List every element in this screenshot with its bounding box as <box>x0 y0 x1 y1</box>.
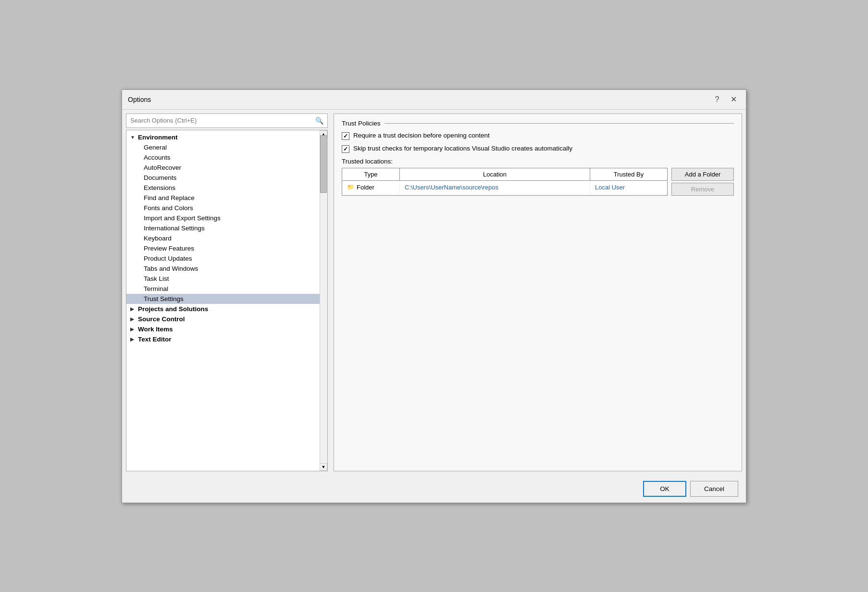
search-bar: 🔍 <box>126 113 328 128</box>
trusted-locations-label: Trusted locations: <box>342 158 734 165</box>
tree-item-label: Accounts <box>144 154 171 161</box>
tree-item[interactable]: ▶Projects and Solutions <box>126 304 320 314</box>
tree-item-label: Environment <box>138 134 178 141</box>
table-row[interactable]: 📁 Folder C:\Users\UserName\source\repos … <box>342 181 667 194</box>
options-dialog: Options ? ✕ 🔍 ▼EnvironmentGeneralAccount… <box>122 89 746 503</box>
tree-item[interactable]: Import and Export Settings <box>126 213 320 223</box>
content-area: Trust Policies Require a trust decision … <box>334 113 742 471</box>
left-panel: 🔍 ▼EnvironmentGeneralAccountsAutoRecover… <box>126 113 328 471</box>
table-buttons: Add a Folder Remove <box>671 168 734 196</box>
cell-location: C:\Users\UserName\source\repos <box>400 181 590 194</box>
dialog-body: 🔍 ▼EnvironmentGeneralAccountsAutoRecover… <box>122 110 746 475</box>
right-panel: Trust Policies Require a trust decision … <box>328 113 742 471</box>
tree-item[interactable]: AutoRecover <box>126 163 320 173</box>
ok-button[interactable]: OK <box>643 481 686 497</box>
expand-icon: ▶ <box>130 337 136 342</box>
tree-item-label: Import and Export Settings <box>144 214 221 222</box>
col-header-type: Type <box>342 168 400 180</box>
tree-item[interactable]: Product Updates <box>126 253 320 264</box>
scroll-down-button[interactable]: ▼ <box>320 463 327 471</box>
expand-icon: ▶ <box>130 327 136 332</box>
locations-table: Type Location Trusted By 📁 Folder C:\Use… <box>342 168 668 196</box>
tree-item-label: International Settings <box>144 225 205 232</box>
tree-item-label: Task List <box>144 275 169 282</box>
tree-item[interactable]: ▶Work Items <box>126 324 320 334</box>
cell-type: 📁 Folder <box>342 181 400 194</box>
tree-item-label: Keyboard <box>144 235 172 242</box>
tree-item[interactable]: Task List <box>126 274 320 284</box>
scrollbar-track: ▲ ▼ <box>320 130 327 471</box>
checkbox-1[interactable] <box>342 132 349 140</box>
tree-item[interactable]: General <box>126 142 320 152</box>
checkbox-row-2: Skip trust checks for temporary location… <box>342 145 734 153</box>
col-header-location: Location <box>400 168 590 180</box>
cell-type-label: Folder <box>357 184 374 191</box>
tree-item-label: Projects and Solutions <box>138 305 208 313</box>
expand-icon: ▶ <box>130 306 136 312</box>
tree-item[interactable]: Terminal <box>126 284 320 294</box>
col-header-trusted-by: Trusted By <box>590 168 667 180</box>
locations-table-wrapper: Type Location Trusted By 📁 Folder C:\Use… <box>342 168 734 196</box>
tree-item-label: General <box>144 144 167 151</box>
title-bar: Options ? ✕ <box>122 90 746 110</box>
tree-item-label: Fonts and Colors <box>144 204 193 212</box>
tree-item[interactable]: International Settings <box>126 223 320 233</box>
tree-item-label: Documents <box>144 174 176 181</box>
tree-container: ▼EnvironmentGeneralAccountsAutoRecoverDo… <box>126 130 328 471</box>
search-icon: 🔍 <box>311 114 327 127</box>
tree-item-label: Work Items <box>138 326 173 333</box>
tree-item[interactable]: Fonts and Colors <box>126 203 320 213</box>
tree-item[interactable]: ▼Environment <box>126 132 320 142</box>
checkbox-2-label: Skip trust checks for temporary location… <box>353 145 572 152</box>
tree-item[interactable]: ▶Text Editor <box>126 334 320 344</box>
tree-item[interactable]: Accounts <box>126 152 320 163</box>
checkbox-2[interactable] <box>342 145 349 153</box>
tree-item-label: Find and Replace <box>144 194 195 202</box>
tree-item[interactable]: Preview Features <box>126 243 320 253</box>
checkbox-row-1: Require a trust decision before opening … <box>342 132 734 140</box>
tree-item[interactable]: Find and Replace <box>126 193 320 203</box>
tree-item-label: Product Updates <box>144 255 192 262</box>
tree-item[interactable]: Tabs and Windows <box>126 264 320 274</box>
tree-items: ▼EnvironmentGeneralAccountsAutoRecoverDo… <box>126 130 327 346</box>
tree-item[interactable]: ▶Source Control <box>126 314 320 324</box>
checkbox-1-label: Require a trust decision before opening … <box>353 132 490 139</box>
title-bar-buttons: ? ✕ <box>710 94 740 105</box>
tree-item-label: Terminal <box>144 285 168 292</box>
folder-icon: 📁 <box>347 184 354 190</box>
close-button[interactable]: ✕ <box>727 94 740 105</box>
tree-item-label: Tabs and Windows <box>144 265 198 272</box>
tree-item-label: AutoRecover <box>144 164 181 171</box>
expand-icon: ▶ <box>130 316 136 322</box>
tree-item[interactable]: Documents <box>126 173 320 183</box>
dialog-title: Options <box>128 96 151 103</box>
remove-button[interactable]: Remove <box>671 183 734 196</box>
tree-item[interactable]: Trust Settings <box>126 294 320 304</box>
tree-item-label: Preview Features <box>144 245 194 252</box>
table-header: Type Location Trusted By <box>342 168 667 181</box>
tree-item-label: Text Editor <box>138 336 172 343</box>
tree-item[interactable]: Keyboard <box>126 233 320 243</box>
scrollbar-thumb[interactable] <box>320 135 327 193</box>
help-button[interactable]: ? <box>710 94 724 105</box>
cell-trusted-by: Local User <box>590 181 667 194</box>
search-input[interactable] <box>126 114 311 127</box>
cancel-button[interactable]: Cancel <box>690 481 738 497</box>
add-folder-button[interactable]: Add a Folder <box>671 168 734 181</box>
tree-item-label: Source Control <box>138 315 185 323</box>
tree-item[interactable]: Extensions <box>126 183 320 193</box>
tree-item-label: Extensions <box>144 184 175 191</box>
dialog-footer: OK Cancel <box>122 475 746 503</box>
tree-item-label: Trust Settings <box>144 295 184 302</box>
expand-icon: ▼ <box>130 135 136 140</box>
section-title: Trust Policies <box>342 120 734 127</box>
